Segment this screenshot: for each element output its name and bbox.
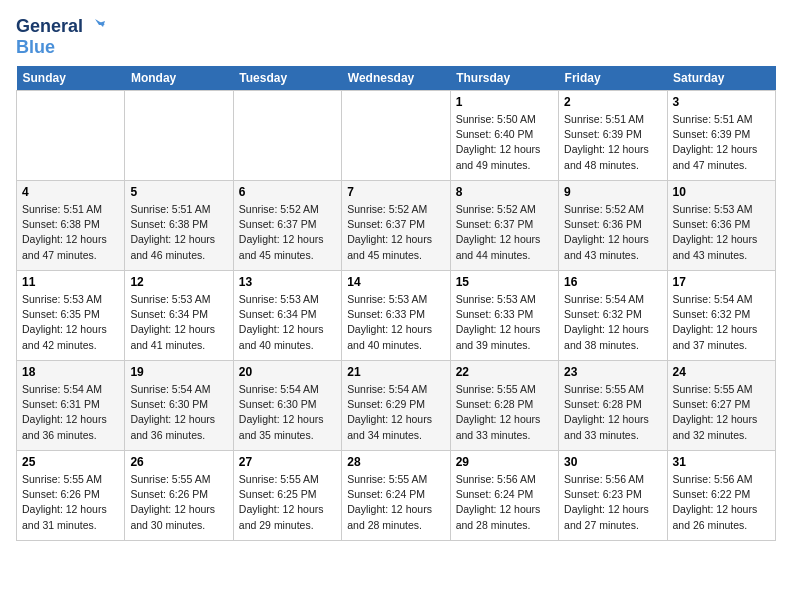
cell-w1-d6: 2Sunrise: 5:51 AMSunset: 6:39 PMDaylight…: [559, 91, 667, 181]
day-number: 14: [347, 275, 444, 289]
week-row-5: 25Sunrise: 5:55 AMSunset: 6:26 PMDayligh…: [17, 451, 776, 541]
header-row: SundayMondayTuesdayWednesdayThursdayFrid…: [17, 66, 776, 91]
day-info: Sunrise: 5:51 AMSunset: 6:39 PMDaylight:…: [673, 112, 770, 173]
day-number: 26: [130, 455, 227, 469]
cell-w3-d6: 16Sunrise: 5:54 AMSunset: 6:32 PMDayligh…: [559, 271, 667, 361]
day-number: 18: [22, 365, 119, 379]
day-number: 6: [239, 185, 336, 199]
cell-w1-d3: [233, 91, 341, 181]
cell-w5-d7: 31Sunrise: 5:56 AMSunset: 6:22 PMDayligh…: [667, 451, 775, 541]
page-header: General Blue: [16, 16, 776, 58]
cell-w4-d7: 24Sunrise: 5:55 AMSunset: 6:27 PMDayligh…: [667, 361, 775, 451]
day-info: Sunrise: 5:53 AMSunset: 6:34 PMDaylight:…: [130, 292, 227, 353]
cell-w2-d1: 4Sunrise: 5:51 AMSunset: 6:38 PMDaylight…: [17, 181, 125, 271]
header-wednesday: Wednesday: [342, 66, 450, 91]
day-info: Sunrise: 5:56 AMSunset: 6:22 PMDaylight:…: [673, 472, 770, 533]
cell-w4-d2: 19Sunrise: 5:54 AMSunset: 6:30 PMDayligh…: [125, 361, 233, 451]
day-info: Sunrise: 5:54 AMSunset: 6:30 PMDaylight:…: [130, 382, 227, 443]
cell-w1-d5: 1Sunrise: 5:50 AMSunset: 6:40 PMDaylight…: [450, 91, 558, 181]
week-row-2: 4Sunrise: 5:51 AMSunset: 6:38 PMDaylight…: [17, 181, 776, 271]
day-info: Sunrise: 5:55 AMSunset: 6:26 PMDaylight:…: [22, 472, 119, 533]
day-info: Sunrise: 5:53 AMSunset: 6:35 PMDaylight:…: [22, 292, 119, 353]
day-number: 5: [130, 185, 227, 199]
week-row-4: 18Sunrise: 5:54 AMSunset: 6:31 PMDayligh…: [17, 361, 776, 451]
cell-w3-d3: 13Sunrise: 5:53 AMSunset: 6:34 PMDayligh…: [233, 271, 341, 361]
day-number: 20: [239, 365, 336, 379]
day-info: Sunrise: 5:54 AMSunset: 6:32 PMDaylight:…: [673, 292, 770, 353]
day-number: 23: [564, 365, 661, 379]
day-info: Sunrise: 5:53 AMSunset: 6:33 PMDaylight:…: [347, 292, 444, 353]
cell-w5-d5: 29Sunrise: 5:56 AMSunset: 6:24 PMDayligh…: [450, 451, 558, 541]
day-info: Sunrise: 5:52 AMSunset: 6:36 PMDaylight:…: [564, 202, 661, 263]
day-number: 17: [673, 275, 770, 289]
day-info: Sunrise: 5:55 AMSunset: 6:28 PMDaylight:…: [564, 382, 661, 443]
day-number: 21: [347, 365, 444, 379]
cell-w1-d1: [17, 91, 125, 181]
cell-w2-d6: 9Sunrise: 5:52 AMSunset: 6:36 PMDaylight…: [559, 181, 667, 271]
cell-w2-d3: 6Sunrise: 5:52 AMSunset: 6:37 PMDaylight…: [233, 181, 341, 271]
cell-w5-d2: 26Sunrise: 5:55 AMSunset: 6:26 PMDayligh…: [125, 451, 233, 541]
day-number: 24: [673, 365, 770, 379]
header-monday: Monday: [125, 66, 233, 91]
day-info: Sunrise: 5:54 AMSunset: 6:30 PMDaylight:…: [239, 382, 336, 443]
day-info: Sunrise: 5:52 AMSunset: 6:37 PMDaylight:…: [239, 202, 336, 263]
day-number: 19: [130, 365, 227, 379]
cell-w3-d7: 17Sunrise: 5:54 AMSunset: 6:32 PMDayligh…: [667, 271, 775, 361]
day-number: 3: [673, 95, 770, 109]
day-number: 22: [456, 365, 553, 379]
day-number: 11: [22, 275, 119, 289]
header-saturday: Saturday: [667, 66, 775, 91]
cell-w5-d3: 27Sunrise: 5:55 AMSunset: 6:25 PMDayligh…: [233, 451, 341, 541]
calendar-table: SundayMondayTuesdayWednesdayThursdayFrid…: [16, 66, 776, 541]
day-info: Sunrise: 5:54 AMSunset: 6:29 PMDaylight:…: [347, 382, 444, 443]
day-number: 15: [456, 275, 553, 289]
day-info: Sunrise: 5:51 AMSunset: 6:38 PMDaylight:…: [22, 202, 119, 263]
cell-w2-d7: 10Sunrise: 5:53 AMSunset: 6:36 PMDayligh…: [667, 181, 775, 271]
logo-text-general: General: [16, 16, 83, 37]
header-tuesday: Tuesday: [233, 66, 341, 91]
cell-w4-d5: 22Sunrise: 5:55 AMSunset: 6:28 PMDayligh…: [450, 361, 558, 451]
header-sunday: Sunday: [17, 66, 125, 91]
day-info: Sunrise: 5:50 AMSunset: 6:40 PMDaylight:…: [456, 112, 553, 173]
cell-w2-d5: 8Sunrise: 5:52 AMSunset: 6:37 PMDaylight…: [450, 181, 558, 271]
day-number: 27: [239, 455, 336, 469]
day-info: Sunrise: 5:51 AMSunset: 6:38 PMDaylight:…: [130, 202, 227, 263]
day-number: 28: [347, 455, 444, 469]
logo-bird-icon: [85, 17, 105, 37]
week-row-3: 11Sunrise: 5:53 AMSunset: 6:35 PMDayligh…: [17, 271, 776, 361]
cell-w4-d6: 23Sunrise: 5:55 AMSunset: 6:28 PMDayligh…: [559, 361, 667, 451]
day-info: Sunrise: 5:52 AMSunset: 6:37 PMDaylight:…: [456, 202, 553, 263]
cell-w5-d6: 30Sunrise: 5:56 AMSunset: 6:23 PMDayligh…: [559, 451, 667, 541]
day-info: Sunrise: 5:55 AMSunset: 6:24 PMDaylight:…: [347, 472, 444, 533]
day-number: 2: [564, 95, 661, 109]
day-info: Sunrise: 5:53 AMSunset: 6:34 PMDaylight:…: [239, 292, 336, 353]
cell-w4-d1: 18Sunrise: 5:54 AMSunset: 6:31 PMDayligh…: [17, 361, 125, 451]
header-thursday: Thursday: [450, 66, 558, 91]
day-number: 30: [564, 455, 661, 469]
day-info: Sunrise: 5:56 AMSunset: 6:24 PMDaylight:…: [456, 472, 553, 533]
cell-w3-d4: 14Sunrise: 5:53 AMSunset: 6:33 PMDayligh…: [342, 271, 450, 361]
day-info: Sunrise: 5:54 AMSunset: 6:31 PMDaylight:…: [22, 382, 119, 443]
day-number: 1: [456, 95, 553, 109]
day-info: Sunrise: 5:51 AMSunset: 6:39 PMDaylight:…: [564, 112, 661, 173]
cell-w1-d4: [342, 91, 450, 181]
day-number: 8: [456, 185, 553, 199]
cell-w3-d5: 15Sunrise: 5:53 AMSunset: 6:33 PMDayligh…: [450, 271, 558, 361]
cell-w3-d1: 11Sunrise: 5:53 AMSunset: 6:35 PMDayligh…: [17, 271, 125, 361]
day-info: Sunrise: 5:53 AMSunset: 6:36 PMDaylight:…: [673, 202, 770, 263]
day-number: 10: [673, 185, 770, 199]
day-number: 25: [22, 455, 119, 469]
day-info: Sunrise: 5:55 AMSunset: 6:28 PMDaylight:…: [456, 382, 553, 443]
cell-w5-d4: 28Sunrise: 5:55 AMSunset: 6:24 PMDayligh…: [342, 451, 450, 541]
logo-text-blue: Blue: [16, 37, 55, 58]
day-number: 4: [22, 185, 119, 199]
day-info: Sunrise: 5:56 AMSunset: 6:23 PMDaylight:…: [564, 472, 661, 533]
day-info: Sunrise: 5:54 AMSunset: 6:32 PMDaylight:…: [564, 292, 661, 353]
cell-w2-d4: 7Sunrise: 5:52 AMSunset: 6:37 PMDaylight…: [342, 181, 450, 271]
day-info: Sunrise: 5:53 AMSunset: 6:33 PMDaylight:…: [456, 292, 553, 353]
cell-w4-d3: 20Sunrise: 5:54 AMSunset: 6:30 PMDayligh…: [233, 361, 341, 451]
day-number: 29: [456, 455, 553, 469]
day-info: Sunrise: 5:55 AMSunset: 6:25 PMDaylight:…: [239, 472, 336, 533]
logo: General Blue: [16, 16, 105, 58]
day-number: 16: [564, 275, 661, 289]
